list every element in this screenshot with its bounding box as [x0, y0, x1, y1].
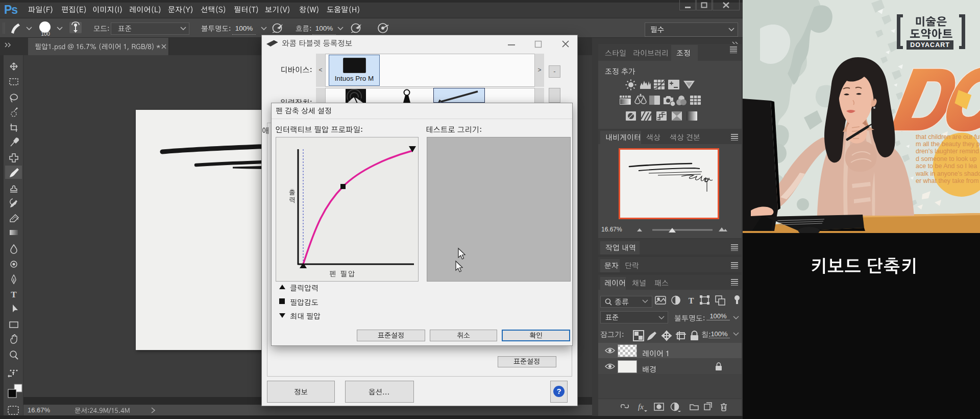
- svg-text:T: T: [689, 296, 694, 305]
- svg-text:T: T: [11, 290, 17, 299]
- svg-text:fx: fx: [638, 403, 644, 411]
- svg-text:?: ?: [556, 387, 561, 395]
